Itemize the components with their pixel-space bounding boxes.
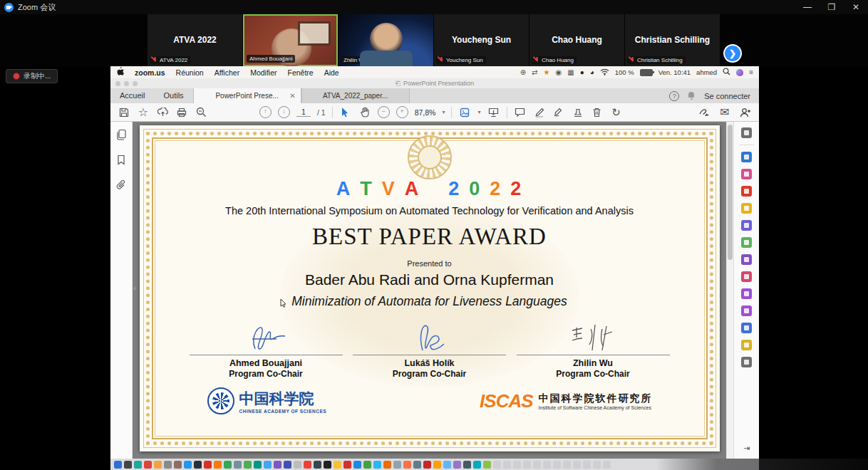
network-globe-icon[interactable]: ⊕	[520, 68, 526, 76]
bookmarks-icon[interactable]	[117, 155, 125, 168]
dock-app-icon[interactable]	[603, 461, 611, 469]
dock-app-icon[interactable]	[403, 461, 411, 469]
menu-item-aide[interactable]: Aide	[324, 68, 339, 77]
hand-tool-icon[interactable]	[358, 106, 371, 119]
action-wizard-tool-icon[interactable]	[741, 340, 752, 350]
stamp-icon[interactable]	[572, 106, 584, 119]
dock-app-icon[interactable]	[274, 461, 281, 469]
dock-app-icon[interactable]	[254, 461, 262, 469]
dock-app-icon[interactable]	[334, 461, 341, 469]
notification-center-icon[interactable]: ≡	[749, 68, 753, 76]
dock-app-icon[interactable]	[194, 461, 202, 469]
menu-clock[interactable]: Ven. 10:41	[658, 68, 691, 76]
comment-icon[interactable]	[514, 106, 527, 119]
attachments-paperclip-icon[interactable]	[116, 179, 126, 193]
keyboard-icon[interactable]: ▦	[567, 68, 574, 76]
dock-app-icon[interactable]	[363, 461, 371, 469]
close-tab-icon[interactable]: ✕	[289, 88, 295, 103]
page-thumbnails-icon[interactable]	[116, 129, 127, 143]
dock-app-icon[interactable]	[304, 461, 311, 469]
save-icon[interactable]	[118, 106, 130, 119]
fill-sign-tool-icon[interactable]	[741, 271, 752, 282]
participant-tile-zhilin-video[interactable]: Zhilin Wu	[339, 14, 433, 66]
search-tool-icon[interactable]	[741, 127, 752, 138]
zoom-level-select[interactable]: 87,8%	[415, 108, 436, 117]
notifications-bell-icon[interactable]	[688, 92, 696, 100]
dock-app-icon[interactable]	[433, 461, 441, 469]
combine-files-tool-icon[interactable]	[741, 220, 752, 231]
dock-app-icon[interactable]	[483, 461, 491, 469]
next-participants-button[interactable]: ❯	[723, 44, 742, 63]
dock-app-icon[interactable]	[324, 461, 331, 469]
dock-app-icon[interactable]	[493, 461, 501, 469]
comment-tool-icon[interactable]	[741, 203, 752, 214]
dock-app-icon[interactable]	[284, 461, 291, 469]
dock-app-icon[interactable]	[513, 461, 521, 469]
signature-pen-icon[interactable]	[552, 106, 565, 119]
share-upload-icon[interactable]	[156, 106, 169, 119]
dock-app-icon[interactable]	[204, 461, 212, 469]
dock-app-icon[interactable]	[463, 461, 471, 469]
zoom-in-icon[interactable]: +	[396, 106, 408, 118]
participant-tile-ahmed-video[interactable]: Ahmed Bouajjani	[243, 14, 338, 66]
dock-app-icon[interactable]	[124, 461, 132, 469]
dock-app-icon[interactable]	[563, 461, 571, 469]
recording-badge[interactable]: 录制中...	[6, 69, 58, 83]
dock-app-icon[interactable]	[393, 461, 401, 469]
tab-document-inactive[interactable]: ATVA_2022_paper...	[301, 88, 410, 103]
sync-icon[interactable]: ⇄	[532, 68, 537, 76]
dock-app-icon[interactable]	[134, 461, 142, 469]
page-number-input[interactable]: 1	[296, 108, 311, 117]
lock-icon[interactable]: ◉	[555, 68, 562, 76]
menu-item-reunion[interactable]: Réunion	[176, 68, 204, 77]
dock-app-icon[interactable]	[543, 461, 551, 469]
dock-app-icon[interactable]	[144, 461, 152, 469]
export-pdf-tool-icon[interactable]	[741, 152, 752, 162]
minimize-button[interactable]: —	[795, 0, 820, 14]
more-tools-icon[interactable]	[741, 357, 752, 367]
dock-app-icon[interactable]	[573, 461, 581, 469]
dock-app-icon[interactable]	[184, 461, 192, 469]
close-button[interactable]: ✕	[844, 0, 868, 14]
dock-app-icon[interactable]	[373, 461, 381, 469]
participant-tile-atva2022[interactable]: ATVA 2022 ATVA 2022	[148, 14, 242, 66]
send-mail-icon[interactable]: ✉	[718, 106, 731, 119]
zoom-out-icon[interactable]: −	[378, 106, 390, 118]
dock-app-icon[interactable]	[593, 461, 601, 469]
search-icon[interactable]	[195, 106, 207, 119]
participant-tile-christian[interactable]: Christian Schilling Christian Schilling	[625, 14, 720, 66]
dock-app-icon[interactable]	[413, 461, 421, 469]
dock-app-icon[interactable]	[234, 461, 242, 469]
dock-app-icon[interactable]	[264, 461, 272, 469]
dock-app-icon[interactable]	[343, 461, 351, 469]
tab-document-active[interactable]: PowerPoint Prese... ✕	[193, 88, 301, 103]
scrollbar-thumb[interactable]	[728, 125, 733, 260]
select-pointer-icon[interactable]	[339, 106, 352, 119]
create-pdf-tool-icon[interactable]	[741, 186, 752, 197]
sign-in-button[interactable]: Se connecter	[704, 92, 750, 100]
apple-menu-icon[interactable]	[116, 67, 124, 78]
menu-user[interactable]: ahmed	[696, 68, 717, 76]
fill-sign-icon[interactable]	[698, 106, 711, 119]
share-person-icon[interactable]	[739, 106, 752, 119]
menu-item-appname[interactable]: zoom.us	[135, 68, 165, 77]
dock-app-icon[interactable]	[154, 461, 162, 469]
next-page-icon[interactable]: ↓	[278, 106, 290, 118]
dock-app-icon[interactable]	[383, 461, 391, 469]
help-icon[interactable]: ?	[669, 91, 679, 101]
dock-app-icon[interactable]	[473, 461, 481, 469]
menu-item-fenetre[interactable]: Fenêtre	[288, 68, 314, 77]
dock-app-icon[interactable]	[423, 461, 431, 469]
prepare-form-tool-icon[interactable]	[741, 288, 752, 299]
redo-icon[interactable]: ↻	[610, 106, 623, 119]
presentation-download-icon[interactable]	[487, 106, 500, 119]
status-circle-icon[interactable]: ●	[580, 68, 584, 76]
rich-media-tool-icon[interactable]	[741, 306, 752, 316]
dock-app-icon[interactable]	[214, 461, 222, 469]
participant-tile-youcheng[interactable]: Youcheng Sun Youcheng Sun	[434, 14, 529, 66]
spotlight-search-icon[interactable]	[723, 68, 730, 77]
star-favorite-icon[interactable]: ☆	[137, 106, 150, 119]
shield-check-icon[interactable]: ◕	[590, 68, 594, 76]
organize-pages-tool-icon[interactable]	[741, 237, 752, 248]
menu-item-afficher[interactable]: Afficher	[215, 68, 239, 77]
